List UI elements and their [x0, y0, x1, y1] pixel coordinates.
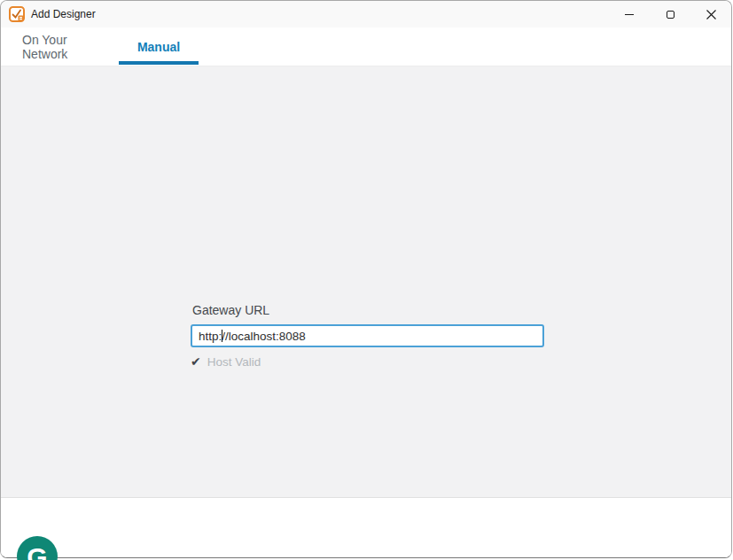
tab-manual[interactable]: Manual	[119, 27, 199, 66]
tab-bar: On Your Network Manual	[1, 27, 731, 66]
minimize-icon	[625, 14, 634, 15]
maximize-icon	[667, 11, 675, 19]
grammarly-letter: G	[27, 544, 47, 560]
close-button[interactable]	[690, 1, 731, 27]
close-icon	[706, 10, 716, 19]
text-caret	[222, 330, 222, 342]
designer-launcher-icon	[9, 6, 25, 22]
minimize-button[interactable]	[609, 1, 650, 27]
host-valid-status: ✔ Host Valid	[191, 354, 261, 369]
manual-tab-panel: Gateway URL ✔ Host Valid	[1, 66, 731, 497]
window-controls	[609, 1, 731, 27]
add-designer-dialog: Add Designer On Your Network Manual Ga	[0, 0, 732, 558]
tab-label: Manual	[137, 40, 180, 54]
active-tab-indicator	[119, 61, 199, 65]
gateway-url-input[interactable]	[191, 324, 544, 347]
check-icon: ✔	[191, 354, 201, 369]
dialog-footer: Cancel Add Designer	[1, 497, 731, 558]
gateway-url-label: Gateway URL	[192, 303, 269, 317]
tab-on-your-network[interactable]: On Your Network	[22, 27, 111, 66]
host-valid-label: Host Valid	[207, 355, 261, 369]
window-title: Add Designer	[31, 1, 96, 27]
title-bar[interactable]: Add Designer	[1, 1, 731, 27]
tab-label: On Your Network	[22, 33, 111, 61]
maximize-button[interactable]	[650, 1, 690, 27]
